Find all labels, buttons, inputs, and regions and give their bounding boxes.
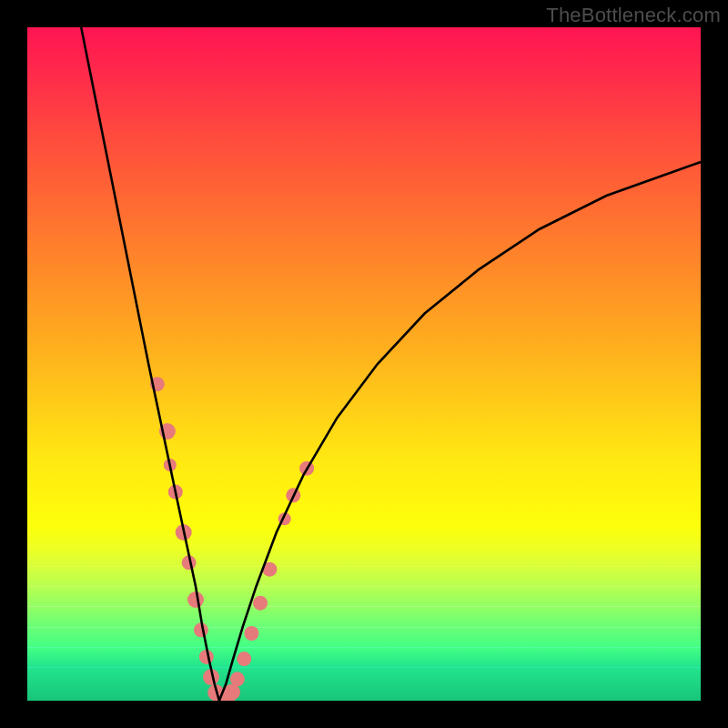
chart-frame: TheBottleneck.com: [0, 0, 728, 728]
left-curve: [81, 27, 219, 701]
plot-area: [27, 27, 701, 701]
data-marker: [230, 672, 245, 686]
chart-overlay: [27, 27, 701, 701]
data-marker: [253, 596, 268, 611]
watermark-text: TheBottleneck.com: [546, 4, 721, 27]
data-marker: [187, 592, 204, 608]
data-marker: [237, 652, 251, 666]
data-marker: [244, 626, 258, 641]
right-curve: [219, 162, 701, 701]
markers-group: [150, 377, 314, 701]
